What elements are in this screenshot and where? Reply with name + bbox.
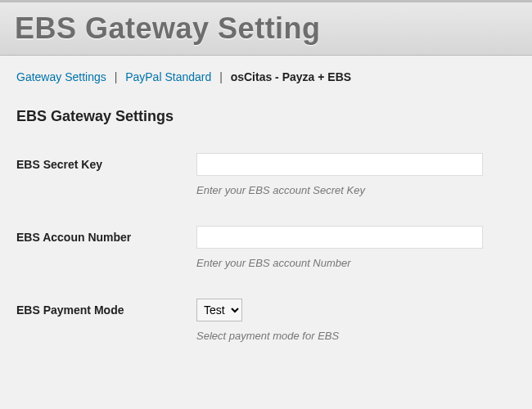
- account-number-input[interactable]: [196, 226, 483, 249]
- form-row-account-number: EBS Accoun Number Enter your EBS account…: [16, 226, 516, 269]
- help-account-number: Enter your EBS account Number: [196, 257, 516, 269]
- content-area: Gateway Settings | PayPal Standard | osC…: [0, 56, 532, 342]
- label-payment-mode: EBS Payment Mode: [16, 299, 196, 317]
- breadcrumb-link-paypal-standard[interactable]: PayPal Standard: [125, 70, 211, 83]
- form-row-secret-key: EBS Secret Key Enter your EBS account Se…: [16, 153, 516, 196]
- label-secret-key: EBS Secret Key: [16, 153, 196, 171]
- form-row-payment-mode: EBS Payment Mode Test Select payment mod…: [16, 299, 516, 342]
- breadcrumb-link-gateway-settings[interactable]: Gateway Settings: [16, 70, 106, 83]
- field-account-number: Enter your EBS account Number: [196, 226, 516, 269]
- breadcrumb-current: osCitas - Payza + EBS: [231, 70, 351, 83]
- secret-key-input[interactable]: [196, 153, 483, 176]
- section-title: EBS Gateway Settings: [16, 108, 516, 125]
- breadcrumb-separator: |: [115, 70, 118, 83]
- breadcrumb-separator: |: [219, 70, 223, 83]
- payment-mode-select[interactable]: Test: [196, 299, 242, 321]
- field-secret-key: Enter your EBS account Secret Key: [196, 153, 516, 196]
- label-account-number: EBS Accoun Number: [16, 226, 196, 244]
- page-title: EBS Gateway Setting: [15, 11, 321, 46]
- help-payment-mode: Select payment mode for EBS: [196, 330, 516, 342]
- help-secret-key: Enter your EBS account Secret Key: [196, 184, 516, 196]
- breadcrumb: Gateway Settings | PayPal Standard | osC…: [16, 70, 516, 83]
- header-bar: EBS Gateway Setting: [0, 0, 532, 56]
- field-payment-mode: Test Select payment mode for EBS: [196, 299, 516, 342]
